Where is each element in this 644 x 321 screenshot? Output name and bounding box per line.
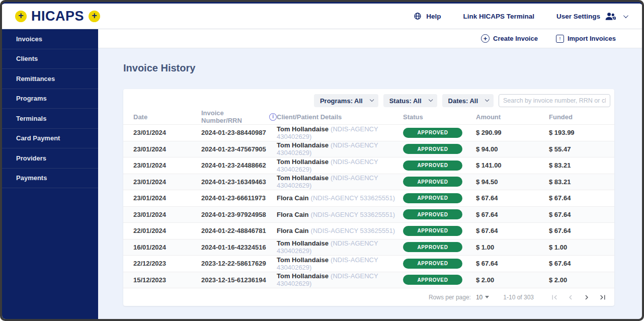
chevron-down-icon bbox=[623, 13, 628, 18]
logo-plus-icon-right: + bbox=[89, 11, 100, 22]
client-details: Tom Hollandaise(NDIS-AGENCY 430402629) bbox=[277, 125, 403, 140]
invoice-date: 23/01/2024 bbox=[133, 194, 201, 202]
invoice-amount: $ 94.00 bbox=[476, 145, 549, 153]
rows-per-page-select[interactable]: 10 bbox=[476, 294, 489, 301]
dates-filter-label: Dates: All bbox=[448, 97, 478, 105]
invoice-amount: $ 67.64 bbox=[476, 260, 549, 267]
sidebar-item-invoices[interactable]: Invoices bbox=[2, 29, 98, 49]
sidebar-item-providers[interactable]: Providers bbox=[2, 148, 98, 169]
window-frame: + HICAPS + Help Link HICAPS Terminal Use… bbox=[0, 0, 644, 321]
help-link[interactable]: Help bbox=[414, 12, 441, 20]
invoice-date: 23/01/2024 bbox=[133, 145, 201, 153]
client-name: Flora Cain bbox=[277, 211, 309, 218]
table-row[interactable]: 23/01/2024 2024-01-23-97924958 Flora Cai… bbox=[123, 206, 614, 223]
invoice-date: 23/01/2024 bbox=[133, 129, 201, 136]
column-invoice-number-label: Invoice Number/RRN bbox=[201, 109, 266, 124]
dropdown-arrow-icon bbox=[485, 296, 489, 298]
invoice-number: 2024-01-16-42324516 bbox=[201, 244, 277, 251]
invoice-number: 2024-01-22-48846781 bbox=[201, 227, 277, 234]
status-badge: APPROVED bbox=[403, 275, 462, 285]
first-page-icon bbox=[550, 293, 559, 302]
invoice-number: 2024-01-23-47567905 bbox=[201, 145, 277, 153]
client-details: Flora Cain(NDIS-AGENCY 533625551) bbox=[277, 211, 403, 218]
client-name: Tom Hollandaise bbox=[277, 141, 329, 149]
invoice-date: 23/01/2024 bbox=[133, 178, 201, 186]
dates-filter-dropdown[interactable]: Dates: All bbox=[442, 94, 494, 107]
invoice-amount: $ 67.64 bbox=[476, 227, 549, 234]
status-badge: APPROVED bbox=[403, 226, 462, 236]
last-page-button[interactable] bbox=[598, 293, 607, 302]
invoice-number: 2024-01-23-88440987 bbox=[201, 129, 277, 136]
invoice-number: 2024-01-23-97924958 bbox=[201, 211, 277, 218]
status-badge: APPROVED bbox=[403, 193, 462, 203]
table-body: 23/01/2024 2024-01-23-88440987 Tom Holla… bbox=[123, 124, 614, 288]
info-icon[interactable]: i bbox=[269, 113, 277, 121]
sidebar-item-programs[interactable]: Programs bbox=[2, 89, 98, 109]
table-row[interactable]: 23/01/2024 2024-01-23-88440987 Tom Holla… bbox=[123, 124, 614, 141]
client-name: Tom Hollandaise bbox=[277, 272, 329, 280]
table-row[interactable]: 23/01/2024 2024-01-23-47567905 Tom Holla… bbox=[123, 141, 614, 157]
sidebar-item-payments[interactable]: Payments bbox=[2, 169, 98, 189]
status-badge: APPROVED bbox=[403, 259, 462, 269]
invoice-amount: $ 67.64 bbox=[476, 194, 549, 202]
table-row[interactable]: 15/12/2023 2023-12-15-61236194 Tom Holla… bbox=[123, 272, 614, 288]
table-row[interactable]: 23/01/2024 2024-01-23-66611973 Flora Cai… bbox=[123, 190, 614, 206]
chevron-down-icon bbox=[428, 98, 432, 102]
column-client-details: Client/Patient Details bbox=[277, 113, 403, 121]
import-invoices-button[interactable]: ↑ Import Invoices bbox=[556, 35, 616, 43]
sidebar-item-clients[interactable]: Clients bbox=[2, 49, 98, 69]
users-gear-icon bbox=[605, 12, 617, 21]
status-badge: APPROVED bbox=[403, 242, 462, 252]
previous-page-button[interactable] bbox=[566, 293, 575, 302]
link-hicaps-terminal-link[interactable]: Link HICAPS Terminal bbox=[463, 13, 534, 20]
globe-icon bbox=[414, 12, 422, 20]
client-agency: (NDIS-AGENCY 533625551) bbox=[311, 211, 395, 218]
user-settings-menu[interactable]: User Settings bbox=[556, 12, 627, 21]
client-details: Tom Hollandaise(NDIS-AGENCY 430402629) bbox=[277, 256, 403, 271]
client-details: Tom Hollandaise(NDIS-AGENCY 430402629) bbox=[277, 141, 403, 156]
sidebar-item-card-payment[interactable]: Card Payment bbox=[2, 129, 98, 149]
status-filter-dropdown[interactable]: Status: All bbox=[383, 94, 437, 107]
invoice-date: 15/12/2023 bbox=[133, 276, 201, 284]
table-row[interactable]: 22/01/2024 2024-01-22-48846781 Flora Cai… bbox=[123, 222, 614, 239]
invoice-number: 2023-12-15-61236194 bbox=[201, 276, 277, 284]
invoice-amount: $ 141.00 bbox=[476, 162, 549, 169]
client-details: Tom Hollandaise(NDIS-AGENCY 430402629) bbox=[277, 158, 403, 173]
invoice-funded: $ 67.64 bbox=[549, 211, 604, 218]
top-header: + HICAPS + Help Link HICAPS Terminal Use… bbox=[2, 4, 642, 29]
chevron-down-icon bbox=[370, 98, 374, 102]
filter-bar: Programs: All Status: All Dates: All bbox=[123, 89, 614, 109]
pagination-bar: Rows per page: 10 1-10 of 303 bbox=[123, 288, 614, 306]
upload-icon: ↑ bbox=[556, 35, 564, 43]
invoice-number: 2024-01-23-24488662 bbox=[201, 162, 277, 169]
next-page-button[interactable] bbox=[582, 293, 591, 302]
invoice-number: 2023-12-22-58617629 bbox=[201, 260, 277, 267]
client-name: Flora Cain bbox=[277, 194, 309, 202]
table-row[interactable]: 22/12/2023 2023-12-22-58617629 Tom Holla… bbox=[123, 255, 614, 272]
hicaps-logo: + HICAPS + bbox=[15, 9, 100, 24]
invoice-date: 16/01/2024 bbox=[133, 244, 201, 251]
pagination-range: 1-10 of 303 bbox=[503, 294, 534, 301]
status-filter-label: Status: All bbox=[389, 97, 422, 105]
logo-plus-icon-left: + bbox=[15, 11, 27, 22]
client-details: Tom Hollandaise(NDIS-AGENCY 430402629) bbox=[277, 239, 403, 255]
create-invoice-button[interactable]: + Create Invoice bbox=[481, 34, 538, 43]
programs-filter-dropdown[interactable]: Programs: All bbox=[314, 94, 378, 107]
invoice-amount: $ 67.64 bbox=[476, 211, 549, 218]
client-details: Flora Cain(NDIS-AGENCY 533625551) bbox=[277, 194, 403, 202]
sidebar-item-remittances[interactable]: Remittances bbox=[2, 69, 98, 89]
app-root: + HICAPS + Help Link HICAPS Terminal Use… bbox=[2, 2, 642, 319]
invoice-number: 2024-01-23-66611973 bbox=[201, 194, 277, 202]
table-row[interactable]: 16/01/2024 2024-01-16-42324516 Tom Holla… bbox=[123, 239, 614, 256]
last-page-icon bbox=[598, 293, 607, 302]
chevron-left-icon bbox=[566, 293, 575, 302]
search-input[interactable] bbox=[499, 94, 610, 107]
first-page-button[interactable] bbox=[550, 293, 559, 302]
table-row[interactable]: 23/01/2024 2024-01-23-16349463 Tom Holla… bbox=[123, 174, 614, 190]
client-name: Flora Cain bbox=[277, 227, 309, 234]
invoice-date: 23/01/2024 bbox=[133, 211, 201, 218]
client-name: Tom Hollandaise bbox=[277, 256, 329, 264]
sidebar-item-terminals[interactable]: Terminals bbox=[2, 109, 98, 129]
invoice-funded: $ 2.00 bbox=[549, 276, 604, 284]
table-row[interactable]: 23/01/2024 2024-01-23-24488662 Tom Holla… bbox=[123, 157, 614, 174]
